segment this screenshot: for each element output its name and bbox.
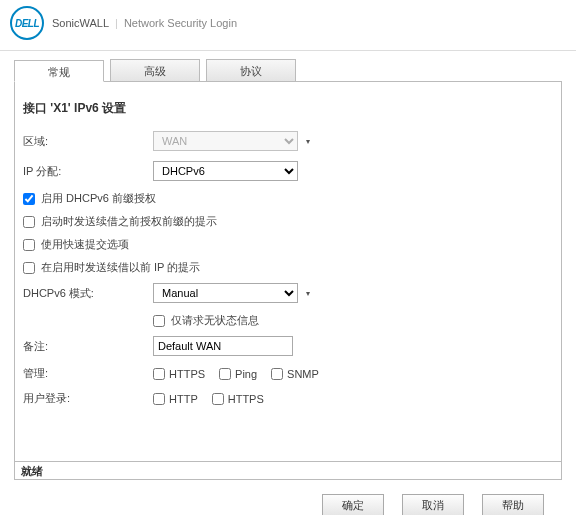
settings-panel: 接口 'X1' IPv6 设置 区域: WAN ▾ IP 分配: DHCPv6 … (14, 82, 562, 462)
zone-select: WAN (153, 131, 298, 151)
app-header: DELL SonicWALL | Network Security Login (0, 0, 576, 51)
zone-label: 区域: (23, 134, 153, 149)
mgmt-ping-label: Ping (235, 368, 257, 380)
ip-assign-label: IP 分配: (23, 164, 153, 179)
enable-prefix-checkbox[interactable] (23, 193, 35, 205)
ok-button[interactable]: 确定 (322, 494, 384, 515)
page-title: 接口 'X1' IPv6 设置 (23, 100, 553, 117)
userlogin-label: 用户登录: (23, 391, 153, 406)
send-prev-ip-checkbox[interactable] (23, 262, 35, 274)
dialog-buttons: 确定 取消 帮助 (0, 480, 562, 515)
status-bar: 就绪 (14, 462, 562, 480)
dhcpv6-mode-label: DHCPv6 模式: (23, 286, 153, 301)
logo-text: DELL (15, 18, 39, 29)
note-input[interactable] (153, 336, 293, 356)
management-label: 管理: (23, 366, 153, 381)
tab-general[interactable]: 常规 (14, 60, 104, 82)
userlogin-http-checkbox[interactable] (153, 393, 165, 405)
mgmt-snmp-checkbox[interactable] (271, 368, 283, 380)
send-hints-checkbox[interactable] (23, 216, 35, 228)
mgmt-https-checkbox[interactable] (153, 368, 165, 380)
tab-protocol[interactable]: 协议 (206, 59, 296, 81)
send-prev-ip-label: 在启用时发送续借以前 IP 的提示 (41, 260, 200, 275)
userlogin-https-checkbox[interactable] (212, 393, 224, 405)
rapid-commit-checkbox[interactable] (23, 239, 35, 251)
brand-name: SonicWALL (52, 17, 109, 29)
send-hints-label: 启动时发送续借之前授权前缀的提示 (41, 214, 217, 229)
chevron-down-icon: ▾ (306, 289, 310, 298)
enable-prefix-label: 启用 DHCPv6 前缀授权 (41, 191, 156, 206)
cancel-button[interactable]: 取消 (402, 494, 464, 515)
stateless-only-checkbox[interactable] (153, 315, 165, 327)
mgmt-snmp-label: SNMP (287, 368, 319, 380)
help-button[interactable]: 帮助 (482, 494, 544, 515)
tab-advanced[interactable]: 高级 (110, 59, 200, 81)
ip-assign-select[interactable]: DHCPv6 (153, 161, 298, 181)
note-label: 备注: (23, 339, 153, 354)
stateless-only-label: 仅请求无状态信息 (171, 313, 259, 328)
dell-logo-icon: DELL (10, 6, 44, 40)
mgmt-ping-checkbox[interactable] (219, 368, 231, 380)
tab-bar: 常规 高级 协议 (14, 59, 562, 82)
rapid-commit-label: 使用快速提交选项 (41, 237, 129, 252)
brand-separator: | (115, 17, 118, 29)
userlogin-http-label: HTTP (169, 393, 198, 405)
mgmt-https-label: HTTPS (169, 368, 205, 380)
dhcpv6-mode-select[interactable]: Manual (153, 283, 298, 303)
brand-subtitle: Network Security Login (124, 17, 237, 29)
userlogin-https-label: HTTPS (228, 393, 264, 405)
chevron-down-icon: ▾ (306, 137, 310, 146)
